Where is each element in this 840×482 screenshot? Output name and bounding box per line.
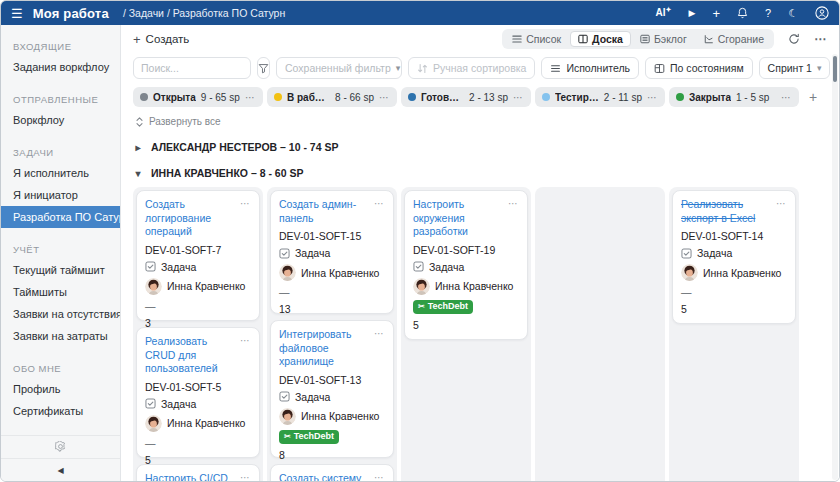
- bell-icon[interactable]: [737, 7, 748, 19]
- card-title-link[interactable]: Настроить CI/CD пайплайн: [145, 472, 236, 481]
- sidebar-item[interactable]: Разработка ПО Сатурн: [1, 206, 120, 228]
- card-id: DEV-01-SOFT-15: [279, 230, 385, 242]
- card-menu-button[interactable]: ⋯: [374, 198, 385, 209]
- user-avatar-icon[interactable]: [815, 6, 829, 20]
- collapse-sidebar-button[interactable]: ◀: [1, 458, 120, 481]
- card-menu-button[interactable]: ⋯: [240, 198, 251, 209]
- create-button[interactable]: + Создать: [133, 32, 189, 47]
- sidebar-item[interactable]: Профиль: [1, 378, 120, 400]
- column-header[interactable]: Открыта9 - 65 sp⋯: [133, 87, 263, 107]
- task-card[interactable]: Реализовать CRUD для пользователей⋯DEV-0…: [136, 327, 260, 458]
- plus-icon[interactable]: +: [712, 7, 720, 20]
- sidebar-item[interactable]: Задания воркфлоу: [1, 56, 120, 78]
- task-card[interactable]: Создать логгирование операций⋯DEV-01-SOF…: [136, 190, 260, 321]
- card-type: Задача: [295, 391, 330, 403]
- saved-filter-select[interactable]: Сохраненный фильтр ▾: [276, 57, 402, 79]
- layout-by-status-label: По состояниям: [670, 62, 744, 74]
- sidebar-item[interactable]: Воркфлоу: [1, 109, 120, 131]
- assignee-avatar: [413, 278, 430, 295]
- group-by-button[interactable]: Исполнитель: [541, 57, 639, 79]
- refresh-button[interactable]: [788, 33, 800, 45]
- card-menu-button[interactable]: ⋯: [374, 472, 385, 481]
- checkbox-icon: [413, 261, 424, 272]
- empty-field-value: —: [681, 286, 787, 298]
- sidebar-section-title: ОТПРАВЛЕННЫЕ: [1, 90, 120, 109]
- task-card[interactable]: Создать админ-панель⋯DEV-01-SOFT-15Задач…: [270, 190, 394, 314]
- assignee-name: Инна Кравченко: [301, 410, 379, 422]
- sidebar-item[interactable]: Текущий таймшит: [1, 259, 120, 281]
- help-icon[interactable]: ?: [765, 8, 771, 19]
- swimlane-header[interactable]: ▾ИННА КРАВЧЕНКО – 8 - 60 SP: [133, 167, 827, 179]
- sidebar-section: ОТПРАВЛЕННЫЕВоркфлоу: [1, 78, 120, 131]
- sidebar-item[interactable]: Таймшиты: [1, 281, 120, 303]
- ai-icon[interactable]: AI✦: [656, 8, 672, 18]
- tag-badge[interactable]: ✂TechDebt: [279, 430, 339, 444]
- sidebar-item[interactable]: Сертификаты: [1, 400, 120, 422]
- vertical-scrollbar[interactable]: [832, 54, 838, 480]
- manual-sort-button[interactable]: Ручная сортировка: [408, 57, 535, 79]
- view-tab-доска[interactable]: Доска: [570, 31, 631, 47]
- status-dot: [274, 93, 282, 101]
- column-menu-button[interactable]: ⋯: [245, 92, 256, 103]
- column-menu-button[interactable]: ⋯: [513, 92, 524, 103]
- card-menu-button[interactable]: ⋯: [374, 328, 385, 339]
- scrollbar-thumb[interactable]: [833, 56, 837, 82]
- task-card[interactable]: Реализовать экспорт в Excel⋯DEV-01-SOFT-…: [672, 190, 796, 324]
- view-tab-список[interactable]: Список: [504, 31, 569, 47]
- card-menu-button[interactable]: ⋯: [240, 472, 251, 481]
- card-title-link[interactable]: Создать логгирование операций: [145, 198, 236, 239]
- sidebar-item[interactable]: Я инициатор: [1, 184, 120, 206]
- column-header[interactable]: Закрыта1 - 5 sp⋯: [669, 87, 799, 107]
- card-type: Задача: [429, 261, 464, 273]
- column-header[interactable]: Готово к тест...2 - 13 sp⋯: [401, 87, 531, 107]
- card-menu-button[interactable]: ⋯: [240, 335, 251, 346]
- play-icon[interactable]: ▶: [688, 9, 695, 18]
- card-type: Задача: [295, 247, 330, 259]
- filter-funnel-button[interactable]: [257, 57, 270, 79]
- view-tab-бэклог[interactable]: Бэклог: [632, 31, 695, 47]
- card-id: DEV-01-SOFT-7: [145, 244, 251, 256]
- column-header[interactable]: Тестируется2 - 11 sp⋯: [535, 87, 665, 107]
- assignee-avatar: [681, 264, 698, 281]
- card-title-link[interactable]: Интегрировать файловое хранилище: [279, 328, 370, 369]
- card-title-link[interactable]: Реализовать экспорт в Excel: [681, 198, 772, 225]
- card-type: Задача: [161, 398, 196, 410]
- task-card[interactable]: Настроить CI/CD пайплайн⋯DEV-01-SOFT-3За…: [136, 464, 260, 481]
- search-input[interactable]: [133, 57, 251, 79]
- task-card[interactable]: Настроить окружения разработки⋯DEV-01-SO…: [404, 190, 528, 340]
- moon-icon[interactable]: ☾: [788, 8, 798, 19]
- view-tab-сгорание[interactable]: Сгорание: [696, 31, 772, 47]
- breadcrumb[interactable]: / Задачи / Разработка ПО Сатурн: [123, 7, 285, 19]
- card-title-link[interactable]: Создать систему тестирования: [279, 472, 370, 481]
- view-tab-label: Сгорание: [718, 33, 764, 45]
- card-menu-button[interactable]: ⋯: [776, 198, 787, 209]
- column-menu-button[interactable]: ⋯: [647, 92, 658, 103]
- column-menu-button[interactable]: ⋯: [781, 92, 792, 103]
- column-header[interactable]: В работе8 - 66 sp⋯: [267, 87, 397, 107]
- sidebar-item[interactable]: Заявки на отсутствия: [1, 303, 120, 325]
- sidebar-item[interactable]: Я исполнитель: [1, 162, 120, 184]
- task-card[interactable]: Создать систему тестирования⋯DEV-01-SOFT…: [270, 464, 394, 481]
- swimlane-header[interactable]: ▸АЛЕКСАНДР НЕСТЕРОВ – 10 - 74 SP: [133, 141, 827, 153]
- sprint-select[interactable]: Спринт 1 ▾: [759, 57, 831, 79]
- card-title-link[interactable]: Реализовать CRUD для пользователей: [145, 335, 236, 376]
- manual-sort-label: Ручная сортировка: [433, 62, 526, 74]
- card-title-link[interactable]: Создать админ-панель: [279, 198, 370, 225]
- saved-filter-label: Сохраненный фильтр: [285, 62, 391, 74]
- card-menu-button[interactable]: ⋯: [508, 198, 519, 209]
- chevron-down-icon: ▾: [133, 168, 143, 179]
- hamburger-menu-icon[interactable]: ☰: [11, 6, 23, 21]
- settings-button[interactable]: [1, 435, 120, 458]
- layout-by-status-button[interactable]: По состояниям: [645, 57, 753, 79]
- column-menu-button[interactable]: ⋯: [379, 92, 390, 103]
- task-card[interactable]: Интегрировать файловое хранилище⋯DEV-01-…: [270, 320, 394, 458]
- expand-all-button[interactable]: Развернуть все: [135, 116, 827, 127]
- add-column-button[interactable]: +: [809, 89, 817, 105]
- sidebar: ВХОДЯЩИЕЗадания воркфлоуОТПРАВЛЕННЫЕВорк…: [1, 25, 121, 481]
- more-menu-button[interactable]: ⋯: [814, 32, 827, 46]
- gear-icon: [55, 441, 66, 454]
- sidebar-item[interactable]: Заявки на затраты: [1, 325, 120, 347]
- view-tab-label: Список: [526, 33, 561, 45]
- card-title-link[interactable]: Настроить окружения разработки: [413, 198, 504, 239]
- tag-badge[interactable]: ✂TechDebt: [413, 300, 473, 314]
